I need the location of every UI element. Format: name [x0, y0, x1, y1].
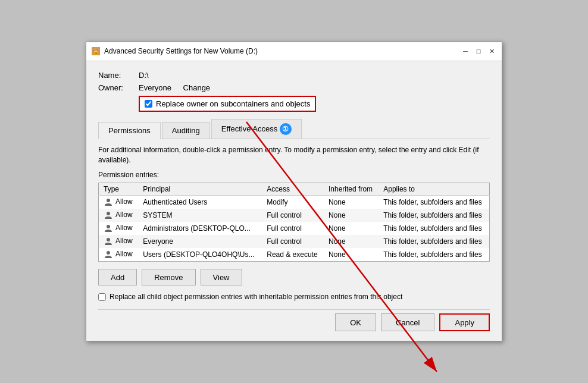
close-button[interactable]: ✕	[486, 46, 497, 56]
owner-value: Everyone	[139, 83, 171, 92]
table-row[interactable]: AllowUsers (DESKTOP-QLO4OHQ\Us...Read & …	[99, 248, 490, 262]
info-text: For additional information, double-click…	[98, 145, 490, 165]
tab-badge: ①	[280, 123, 292, 135]
col-access: Access	[262, 183, 324, 196]
titlebar: 🔒 Advanced Security Settings for New Vol…	[86, 42, 502, 61]
dialog-window: 🔒 Advanced Security Settings for New Vol…	[86, 42, 502, 342]
table-row[interactable]: AllowSYSTEMFull controlNoneThis folder, …	[99, 209, 490, 222]
name-row: Name: D:\	[98, 71, 490, 80]
col-applies: Applies to	[379, 183, 489, 196]
window-controls: ─ □ ✕	[460, 46, 497, 56]
table-header-row: Type Principal Access Inherited from App…	[99, 183, 490, 196]
owner-label: Owner:	[98, 83, 134, 92]
replace-owner-label[interactable]: Replace owner on subcontainers and objec…	[156, 99, 310, 108]
dialog-content: Name: D:\ Owner: Everyone Change Replace…	[86, 61, 502, 341]
remove-button[interactable]: Remove	[142, 269, 195, 285]
col-type: Type	[99, 183, 139, 196]
footer-buttons: OK Cancel Apply	[98, 309, 490, 335]
window-icon: 🔒	[91, 46, 101, 56]
minimize-button[interactable]: ─	[460, 46, 471, 56]
table-row[interactable]: AllowAuthenticated UsersModifyNoneThis f…	[99, 196, 490, 209]
replace-child-label[interactable]: Replace all child object permission entr…	[110, 293, 402, 301]
permission-table: Type Principal Access Inherited from App…	[98, 183, 490, 262]
replace-owner-row: Replace owner on subcontainers and objec…	[139, 96, 316, 112]
tab-permissions[interactable]: Permissions	[98, 122, 161, 139]
svg-point-4	[107, 225, 110, 228]
svg-point-5	[107, 238, 110, 241]
tab-auditing[interactable]: Auditing	[162, 122, 210, 139]
add-button[interactable]: Add	[98, 269, 137, 285]
svg-point-6	[107, 251, 110, 255]
svg-text:🔒: 🔒	[92, 48, 100, 55]
cancel-button[interactable]: Cancel	[381, 313, 434, 331]
owner-row: Owner: Everyone Change	[98, 83, 490, 92]
replace-child-row: Replace all child object permission entr…	[98, 293, 490, 301]
tabs-bar: Permissions Auditing Effective Access ①	[98, 119, 490, 139]
maximize-button[interactable]: □	[473, 46, 484, 56]
window-title: Advanced Security Settings for New Volum…	[104, 47, 456, 55]
table-row[interactable]: AllowEveryoneFull controlNoneThis folder…	[99, 235, 490, 248]
replace-child-checkbox[interactable]	[98, 293, 106, 301]
name-value: D:\	[139, 71, 149, 80]
replace-owner-checkbox[interactable]	[145, 100, 152, 108]
col-inherited: Inherited from	[324, 183, 379, 196]
action-buttons: Add Remove View	[98, 269, 490, 285]
table-row[interactable]: AllowAdministrators (DESKTOP-QLO...Full …	[99, 222, 490, 235]
apply-button[interactable]: Apply	[439, 313, 490, 331]
ok-button[interactable]: OK	[335, 313, 376, 331]
name-label: Name:	[98, 71, 134, 80]
svg-point-2	[107, 199, 110, 202]
svg-point-3	[107, 212, 110, 215]
change-link[interactable]: Change	[183, 83, 211, 92]
view-button[interactable]: View	[201, 269, 242, 285]
tab-effective-access[interactable]: Effective Access ①	[211, 119, 302, 139]
col-principal: Principal	[138, 183, 262, 196]
section-label: Permission entries:	[98, 171, 490, 179]
